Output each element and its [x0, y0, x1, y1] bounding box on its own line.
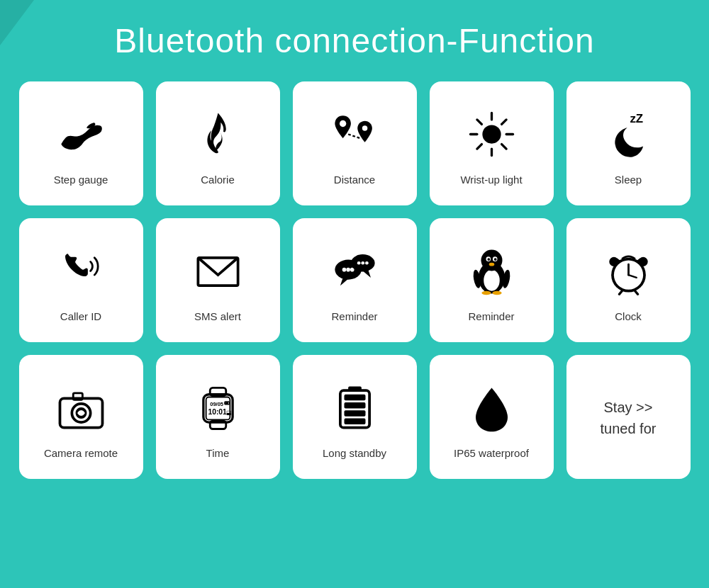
feature-card-clock: Clock	[566, 218, 691, 342]
svg-line-9	[501, 144, 506, 149]
caller-id-label: Caller ID	[60, 310, 101, 324]
svg-rect-61	[348, 386, 362, 392]
feature-card-sms-alert: SMS alert	[156, 218, 280, 342]
feature-card-calorie: Calorie	[156, 81, 280, 205]
svg-point-30	[493, 258, 496, 261]
feature-card-long-standby: Long standby	[293, 355, 417, 479]
long-standby-label: Long standby	[323, 446, 386, 460]
feature-card-caller-id: Caller ID	[19, 218, 143, 342]
svg-point-22	[361, 261, 364, 265]
envelope-icon	[191, 239, 245, 303]
svg-rect-65	[344, 395, 365, 400]
svg-point-0	[339, 120, 345, 127]
chat-bubbles-icon	[328, 239, 381, 303]
svg-point-17	[346, 268, 350, 272]
svg-text:09/05: 09/05	[210, 400, 223, 407]
svg-point-33	[492, 290, 501, 295]
camera-remote-label: Camera remote	[44, 446, 118, 460]
svg-point-26	[481, 249, 502, 271]
stay-tuned-label: Stay >>tuned for	[601, 397, 657, 439]
reminder-wechat-label: Reminder	[331, 310, 377, 324]
svg-point-47	[72, 404, 90, 422]
watch-display-icon: 09/05 10:01 ⬓	[191, 375, 245, 439]
svg-line-10	[501, 120, 506, 125]
svg-rect-64	[344, 402, 365, 408]
map-pins-icon	[328, 102, 381, 166]
flame-icon	[191, 102, 245, 166]
alarm-clock-icon	[602, 239, 655, 303]
feature-card-time: 09/05 10:01 ⬓ Time	[156, 355, 280, 479]
svg-point-25	[484, 269, 500, 290]
feature-card-reminder-wechat: Reminder	[293, 218, 417, 342]
svg-line-2	[348, 134, 360, 138]
svg-marker-15	[340, 278, 347, 285]
sms-alert-label: SMS alert	[194, 310, 241, 324]
wrist-up-light-label: Wrist-up light	[460, 173, 522, 187]
feature-card-distance: Distance	[293, 81, 417, 205]
svg-text:⬓: ⬓	[225, 409, 231, 416]
svg-point-32	[481, 290, 491, 295]
feature-card-stay-tuned: Stay >>tuned for	[566, 355, 691, 479]
svg-text:zZ: zZ	[630, 111, 643, 125]
distance-label: Distance	[334, 173, 375, 187]
svg-line-8	[476, 120, 481, 125]
features-grid: Step gauge Calorie Distance	[0, 74, 709, 486]
svg-rect-55	[225, 402, 228, 404]
feature-card-sleep: zZ Sleep	[566, 81, 691, 205]
svg-text:10:01: 10:01	[208, 408, 227, 416]
feature-card-ip65-waterproof: IP65 waterproof	[430, 355, 554, 479]
time-label: Time	[206, 446, 230, 460]
svg-point-1	[362, 125, 367, 131]
feature-card-reminder-qq: Reminder	[430, 218, 554, 342]
svg-rect-62	[344, 418, 365, 424]
calorie-label: Calorie	[201, 173, 235, 187]
svg-rect-54	[229, 402, 230, 403]
ip65-waterproof-label: IP65 waterproof	[454, 446, 529, 460]
feature-card-wrist-up-light: Wrist-up light	[430, 81, 554, 205]
clock-label: Clock	[615, 310, 642, 324]
svg-point-3	[482, 125, 501, 143]
page-title: Bluetooth connection-Function	[0, 0, 709, 74]
shoe-icon	[55, 102, 108, 166]
moon-zz-icon: zZ	[602, 102, 655, 166]
svg-point-21	[357, 261, 360, 265]
svg-rect-63	[344, 410, 365, 416]
sleep-label: Sleep	[615, 173, 642, 187]
penguin-icon	[465, 239, 518, 303]
svg-marker-20	[362, 269, 370, 277]
svg-line-11	[476, 144, 481, 149]
water-drop-icon	[465, 375, 518, 439]
svg-point-31	[489, 263, 494, 266]
svg-point-16	[342, 268, 346, 272]
feature-card-camera-remote: Camera remote	[19, 355, 143, 479]
sun-icon	[465, 102, 518, 166]
reminder-qq-label: Reminder	[468, 310, 514, 324]
battery-icon	[328, 375, 381, 439]
svg-rect-49	[73, 393, 82, 400]
camera-icon	[55, 375, 108, 439]
feature-card-step-gauge: Step gauge	[19, 81, 143, 205]
svg-point-23	[365, 261, 369, 265]
step-gauge-label: Step gauge	[54, 173, 108, 187]
phone-icon	[55, 239, 108, 303]
svg-point-29	[487, 258, 490, 261]
